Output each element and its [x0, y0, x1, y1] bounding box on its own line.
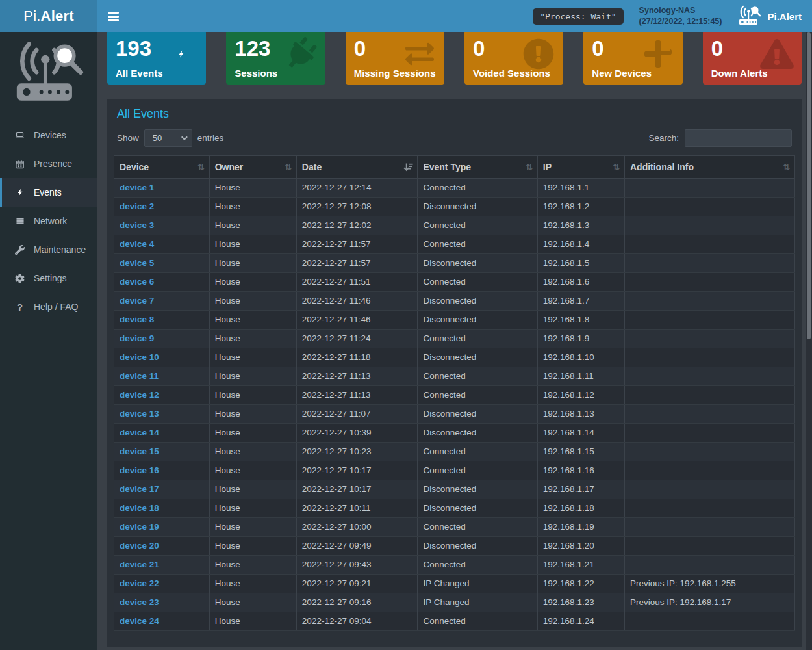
- device-link[interactable]: device 12: [120, 390, 159, 400]
- event-type-cell: Disconnected: [418, 499, 537, 518]
- column-header-owner[interactable]: Owner⇅: [209, 156, 296, 179]
- sidebar-item-devices[interactable]: Devices: [0, 121, 97, 150]
- sort-icon: ⇅: [613, 162, 620, 172]
- sidebar-item-help-faq[interactable]: ?Help / FAQ: [0, 292, 97, 321]
- additional-info-cell: [624, 462, 794, 480]
- sidebar-item-presence[interactable]: Presence: [0, 150, 97, 178]
- device-link[interactable]: device 9: [120, 333, 154, 343]
- table-row: device 2House2022-12-27 12:08Disconnecte…: [114, 198, 795, 216]
- event-type-cell: Connected: [418, 235, 537, 254]
- table-row: device 7House2022-12-27 11:46Disconnecte…: [114, 292, 795, 311]
- device-link[interactable]: device 23: [120, 597, 159, 607]
- column-header-label: Device: [120, 162, 149, 172]
- stat-card-down-alerts[interactable]: 0Down Alerts: [703, 31, 802, 84]
- date-cell: 2022-12-27 11:24: [296, 330, 418, 348]
- owner-cell: House: [209, 480, 296, 499]
- scrollbar-track[interactable]: [806, 32, 812, 650]
- date-cell: 2022-12-27 11:46: [296, 311, 418, 330]
- column-header-ip[interactable]: IP⇅: [537, 156, 624, 179]
- brand-logo[interactable]: Pi.Alert: [0, 0, 97, 32]
- device-link[interactable]: device 21: [120, 560, 159, 569]
- sidebar-item-maintenance[interactable]: Maintenance: [0, 235, 97, 264]
- show-label: Show: [117, 133, 139, 143]
- column-header-label: Additional Info: [630, 162, 694, 172]
- sidebar-item-network[interactable]: Network: [0, 207, 97, 235]
- owner-cell: House: [209, 273, 296, 292]
- table-row: device 16House2022-12-27 10:17Connected1…: [114, 462, 795, 480]
- additional-info-cell: [624, 348, 794, 367]
- device-link[interactable]: device 7: [120, 296, 154, 306]
- device-link[interactable]: device 20: [120, 541, 159, 551]
- event-type-cell: Connected: [418, 179, 537, 198]
- event-type-cell: Connected: [418, 462, 537, 480]
- stat-card-sessions[interactable]: 123Sessions: [226, 31, 325, 84]
- device-link[interactable]: device 8: [120, 315, 154, 324]
- device-link[interactable]: device 10: [120, 352, 159, 362]
- sidebar-item-settings[interactable]: Settings: [0, 264, 97, 292]
- stat-label: Missing Sessions: [354, 68, 436, 79]
- device-link[interactable]: device 3: [120, 220, 154, 230]
- additional-info-cell: [624, 311, 794, 330]
- stat-card-all-events[interactable]: 193All Events: [107, 31, 206, 84]
- device-link[interactable]: device 5: [120, 258, 154, 268]
- hamburger-icon[interactable]: [97, 0, 129, 32]
- scrollbar-thumb[interactable]: [807, 32, 811, 339]
- device-link[interactable]: device 4: [120, 239, 154, 249]
- table-row: device 11House2022-12-27 11:13Connected1…: [114, 367, 795, 386]
- page-length-select[interactable]: 50: [144, 129, 192, 147]
- owner-cell: House: [209, 499, 296, 518]
- device-link[interactable]: device 13: [120, 409, 159, 419]
- table-row: device 18House2022-12-27 10:11Disconnect…: [114, 499, 795, 518]
- table-row: device 20House2022-12-27 09:49Disconnect…: [114, 537, 795, 556]
- stat-card-voided-sessions[interactable]: 0Voided Sessions: [464, 31, 563, 84]
- additional-info-cell: [624, 443, 794, 462]
- table-row: device 9House2022-12-27 11:24Connected19…: [114, 330, 795, 348]
- event-type-cell: Connected: [418, 518, 537, 537]
- additional-info-cell: [624, 480, 794, 499]
- owner-cell: House: [209, 575, 296, 593]
- navbar-brand-label: Pi.Alert: [767, 11, 802, 22]
- ip-cell: 192.168.1.20: [537, 537, 624, 556]
- sort-icon: ⇅: [783, 162, 790, 172]
- navbar-brand-right[interactable]: Pi.Alert: [737, 5, 802, 27]
- additional-info-cell: Previous IP: 192.168.1.255: [624, 575, 794, 593]
- gear-icon: [14, 274, 25, 283]
- ip-cell: 192.168.1.18: [537, 499, 624, 518]
- device-link[interactable]: device 2: [120, 202, 154, 211]
- column-header-event-type[interactable]: Event Type⇅: [418, 156, 537, 179]
- ip-cell: 192.168.1.10: [537, 348, 624, 367]
- table-row: device 5House2022-12-27 11:57Disconnecte…: [114, 254, 795, 273]
- exchange-icon: [401, 36, 438, 72]
- device-link[interactable]: device 24: [120, 616, 159, 626]
- event-type-cell: Connected: [418, 330, 537, 348]
- device-link[interactable]: device 1: [120, 183, 154, 192]
- device-link[interactable]: device 19: [120, 522, 159, 532]
- table-row: device 8House2022-12-27 11:46Disconnecte…: [114, 311, 795, 330]
- ip-cell: 192.168.1.4: [537, 235, 624, 254]
- date-cell: 2022-12-27 12:02: [296, 216, 418, 235]
- date-cell: 2022-12-27 11:57: [296, 254, 418, 273]
- device-link[interactable]: device 18: [120, 503, 159, 513]
- table-row: device 17House2022-12-27 10:17Disconnect…: [114, 480, 795, 499]
- sidebar-item-events[interactable]: Events: [0, 178, 97, 207]
- sidebar: DevicesPresenceEventsNetworkMaintenanceS…: [0, 32, 97, 650]
- stat-card-new-devices[interactable]: 0New Devices: [583, 31, 682, 84]
- device-link[interactable]: device 15: [120, 447, 159, 456]
- column-header-device[interactable]: Device⇅: [114, 156, 210, 179]
- device-link[interactable]: device 11: [120, 371, 159, 381]
- device-link[interactable]: device 17: [120, 484, 159, 494]
- device-link[interactable]: device 16: [120, 465, 159, 475]
- column-header-label: IP: [543, 162, 552, 172]
- events-table: Device⇅Owner⇅DateEvent Type⇅IP⇅Additiona…: [114, 155, 795, 631]
- column-header-date[interactable]: Date: [296, 156, 418, 179]
- table-row: device 24House2022-12-27 09:04Connected1…: [114, 612, 795, 631]
- stat-card-missing-sessions[interactable]: 0Missing Sessions: [346, 31, 444, 84]
- device-link[interactable]: device 14: [120, 428, 159, 437]
- device-link[interactable]: device 6: [120, 277, 154, 287]
- device-link[interactable]: device 22: [120, 578, 159, 588]
- column-header-additional-info[interactable]: Additional Info⇅: [624, 156, 794, 179]
- search-input[interactable]: [685, 129, 792, 147]
- date-cell: 2022-12-27 09:49: [296, 537, 418, 556]
- sidebar-item-label: Maintenance: [34, 244, 86, 255]
- date-cell: 2022-12-27 10:23: [296, 443, 418, 462]
